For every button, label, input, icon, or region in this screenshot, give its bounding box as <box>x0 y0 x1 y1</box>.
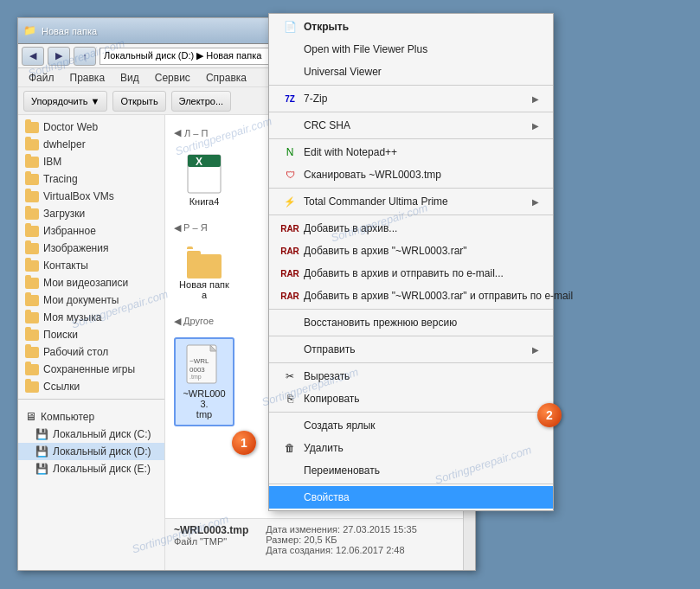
sidebar-label-doctorweb: Doctor Web <box>43 121 98 133</box>
properties-icon <box>283 490 297 504</box>
ctx-cut-label: Вырезать <box>304 370 350 382</box>
menu-edit[interactable]: Правка <box>63 70 112 86</box>
ctx-crc[interactable]: CRC SHA <box>269 114 553 137</box>
sidebar-label-ibm: IBM <box>43 156 61 168</box>
ctx-add-email[interactable]: RAR Добавить в архив и отправить по e-ma… <box>269 262 553 285</box>
cut-icon: ✂ <box>283 369 297 383</box>
sidebar-item-links[interactable]: Ссылки <box>18 378 164 395</box>
sidebar-item-ibm[interactable]: IBM <box>18 153 164 170</box>
ctx-shortcut[interactable]: Создать ярлык <box>269 414 553 437</box>
menu-file[interactable]: Файл <box>22 70 61 86</box>
fvp-icon <box>283 42 297 56</box>
send-icon <box>283 343 297 356</box>
sidebar-item-videos[interactable]: Мои видеозаписи <box>18 274 164 291</box>
up-button[interactable]: ↑ <box>74 47 96 66</box>
sidebar-label-computer: Компьютер <box>41 411 94 423</box>
folder-icon-novaya <box>187 249 222 277</box>
sidebar: Doctor Web dwhelper IBM Tracing VirtualB… <box>18 115 165 570</box>
ctx-scan[interactable]: 🛡 Сканировать ~WRL0003.tmp <box>269 163 553 186</box>
sidebar-item-computer[interactable]: 🖥 Компьютер <box>18 407 164 426</box>
menu-view[interactable]: Вид <box>113 70 146 86</box>
ctx-copy[interactable]: ⎘ Копировать <box>269 387 553 410</box>
ctx-notepad[interactable]: N Edit with Notepad++ <box>269 141 553 163</box>
ctx-delete-label: Удалить <box>304 442 344 454</box>
ctx-universal[interactable]: Universal Viewer <box>269 61 553 83</box>
ctx-add-arch[interactable]: RAR Добавить в архив... <box>269 217 553 240</box>
sidebar-item-drive-e[interactable]: 💾 Локальный диск (E:) <box>18 460 164 477</box>
crc-icon <box>283 118 297 132</box>
status-size-label: Размер: <box>266 535 301 545</box>
sidebar-item-tracing[interactable]: Tracing <box>18 170 164 188</box>
ctx-send-label: Отправить <box>304 343 356 355</box>
sidebar-label-images: Изображения <box>43 242 108 254</box>
sidebar-item-contacts[interactable]: Контакты <box>18 257 164 274</box>
sidebar-label-links: Ссылки <box>43 381 80 393</box>
ctx-rename[interactable]: Переименовать <box>269 459 553 482</box>
ctx-restore-label: Восстановить прежнюю версию <box>304 317 457 329</box>
folder-icon <box>25 312 39 323</box>
open-icon: 📄 <box>283 20 297 34</box>
badge-2: 2 <box>537 403 562 427</box>
ctx-sep7 <box>269 336 553 336</box>
ctx-sep9 <box>269 412 553 413</box>
restore-icon <box>283 316 297 330</box>
sidebar-item-searches[interactable]: Поиски <box>18 326 164 343</box>
ctx-properties[interactable]: Свойства <box>269 486 553 509</box>
sidebar-item-virtualbox[interactable]: VirtualBox VMs <box>18 188 164 205</box>
status-filename: ~WRL0003.tmp <box>174 524 248 536</box>
ctx-sep10 <box>269 483 553 484</box>
file-item-novaya[interactable]: Новая папка <box>174 244 234 305</box>
file-label-kniga: Книга4 <box>189 196 220 207</box>
sidebar-item-desktop[interactable]: Рабочий стол <box>18 343 164 361</box>
sidebar-label-tracing: Tracing <box>43 173 78 185</box>
email-button[interactable]: Электро... <box>171 91 231 112</box>
tmp-file-icon: ~WRL 0003 .tmp <box>186 344 222 386</box>
sidebar-item-downloads[interactable]: Загрузки <box>18 205 164 222</box>
ctx-add-email-label: Добавить в архив и отправить по e-mail..… <box>304 267 504 279</box>
sidebar-item-doctorweb[interactable]: Doctor Web <box>18 118 164 136</box>
svg-text:~WRL: ~WRL <box>189 357 209 365</box>
menu-help[interactable]: Справка <box>199 70 254 86</box>
back-button[interactable]: ◀ <box>22 47 44 66</box>
sidebar-item-favorites[interactable]: Избранное <box>18 222 164 240</box>
sidebar-label-desktop: Рабочий стол <box>43 346 108 358</box>
ctx-delete[interactable]: 🗑 Удалить <box>269 437 553 459</box>
sidebar-item-images[interactable]: Изображения <box>18 240 164 257</box>
ctx-sep4 <box>269 188 553 189</box>
forward-button[interactable]: ▶ <box>48 47 70 66</box>
sidebar-item-drive-d[interactable]: 💾 Локальный диск (D:) <box>18 443 164 460</box>
ctx-cut[interactable]: ✂ Вырезать <box>269 365 553 387</box>
ctx-sep8 <box>269 362 553 363</box>
svg-text:0003: 0003 <box>189 366 205 374</box>
ctx-total[interactable]: ⚡ Total Commander Ultima Prime <box>269 190 553 213</box>
file-item-kniga[interactable]: X Книга4 <box>174 149 234 212</box>
drive-c-icon: 💾 <box>35 428 48 440</box>
ctx-add-rar-email[interactable]: RAR Добавить в архив "~WRL0003.rar" и от… <box>269 285 553 307</box>
sidebar-item-music[interactable]: Моя музыка <box>18 309 164 326</box>
ctx-openwith-fvp[interactable]: Open with File Viewer Plus <box>269 38 553 61</box>
sidebar-item-docs[interactable]: Мои документы <box>18 291 164 309</box>
sidebar-item-dwhelper[interactable]: dwhelper <box>18 136 164 153</box>
ctx-open[interactable]: 📄 Открыть <box>269 16 553 38</box>
file-item-tmp[interactable]: ~WRL 0003 .tmp ~WRL0003.tmp <box>174 337 234 426</box>
status-modified-label: Дата изменения: <box>266 524 343 535</box>
ctx-add-rar[interactable]: RAR Добавить в архив "~WRL0003.rar" <box>269 240 553 262</box>
rar-icon-1: RAR <box>283 221 297 235</box>
organize-button[interactable]: Упорядочить ▼ <box>23 91 107 112</box>
ctx-rename-label: Переименовать <box>304 464 380 477</box>
rar-icon-4: RAR <box>283 289 297 303</box>
menu-service[interactable]: Сервис <box>148 70 197 86</box>
ctx-restore[interactable]: Восстановить прежнюю версию <box>269 311 553 334</box>
notepad-icon: N <box>283 145 297 159</box>
status-created-row: Дата создания: 12.06.2017 2:48 <box>266 545 416 555</box>
badge-1-label: 1 <box>241 436 247 450</box>
ctx-send[interactable]: Отправить <box>269 338 553 361</box>
status-created-label: Дата создания: <box>266 545 333 555</box>
ctx-7zip[interactable]: 7Z 7-Zip <box>269 87 553 110</box>
sidebar-item-drive-c[interactable]: 💾 Локальный диск (C:) <box>18 426 164 443</box>
sidebar-label-drive-c: Локальный диск (C:) <box>53 428 151 440</box>
sidebar-item-savedgames[interactable]: Сохраненные игры <box>18 361 164 378</box>
ctx-add-arch-label: Добавить в архив... <box>304 222 397 234</box>
ctx-crc-label: CRC SHA <box>304 119 350 131</box>
open-button[interactable]: Открыть <box>112 91 165 112</box>
